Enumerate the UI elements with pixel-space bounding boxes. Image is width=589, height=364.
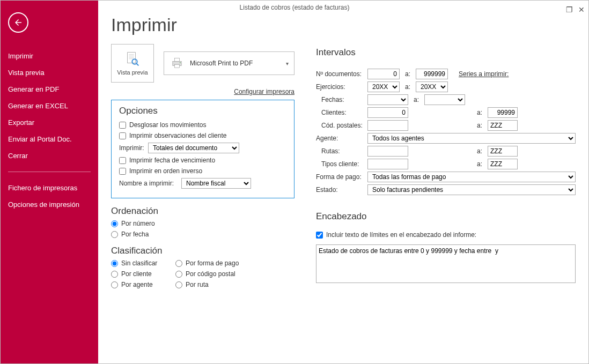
chk-desglosar[interactable] [119,122,126,129]
lbl-estado: Estado: [316,186,363,194]
svg-rect-0 [128,53,136,63]
lbl-tipos-cliente: Tipos cliente: [321,160,363,168]
vista-previa-label: Vista previa [117,69,148,76]
lbl-por-fecha: Por fecha [121,231,149,238]
ndoc-from[interactable] [367,69,400,79]
chk-incluir-texto[interactable] [316,232,323,239]
encabezado-title: Encabezado [316,211,576,222]
lbl-a7: a: [476,160,483,168]
chk-observaciones[interactable] [119,132,126,139]
window-close-icon[interactable]: ✕ [578,2,585,17]
sidebar-item-imprimir[interactable]: Imprimir [1,48,98,64]
sidebar-item-opciones-impresion[interactable]: Opciones de impresión [1,196,98,213]
printer-name: Microsoft Print to PDF [190,60,253,67]
tipos-to[interactable] [488,159,518,169]
arrow-left-icon [13,18,23,27]
printer-selector[interactable]: Microsoft Print to PDF ▾ [164,51,294,75]
codpost-from[interactable] [367,120,408,131]
tipos-from[interactable] [367,159,408,169]
lbl-rutas: Rutas: [321,147,363,155]
document-preview-icon [124,51,141,68]
radio-por-numero[interactable] [111,220,118,227]
rutas-to[interactable] [488,146,518,157]
lbl-ejerc: Ejercicios: [316,83,363,91]
lbl-desglosar: Desglosar los movimientos [129,121,206,129]
codpost-to[interactable] [488,120,518,131]
ndoc-to[interactable] [416,69,448,79]
lbl-a5: a: [476,122,483,129]
lbl-nombre-imprimir: Nombre a imprimir: [119,180,178,187]
sel-nombre-imprimir[interactable]: Nombre fiscal [181,178,251,189]
chk-fecha-venc[interactable] [119,157,126,164]
radio-por-forma-pago[interactable] [175,260,182,267]
radio-por-ruta[interactable] [175,281,182,288]
chk-orden-inverso[interactable] [119,168,126,175]
lbl-por-cod-postal: Por código postal [186,270,235,278]
svg-rect-8 [174,58,179,62]
sidebar-item-cerrar[interactable]: Cerrar [1,147,98,164]
lbl-a4: a: [476,109,483,116]
radio-por-cliente[interactable] [111,271,118,278]
sidebar: Imprimir Vista previa Generar en PDF Gen… [1,1,98,363]
page-title: Imprimir [111,14,576,35]
lbl-a1: a: [404,70,411,78]
lbl-por-numero: Por número [121,220,155,227]
sidebar-item-exportar[interactable]: Exportar [1,114,98,131]
lbl-por-agente: Por agente [121,281,153,288]
ordenacion-title: Ordenación [111,206,294,217]
lbl-a2: a: [404,83,411,91]
clientes-from[interactable] [367,107,408,118]
lbl-codpost: Cód. postales: [321,122,363,129]
lbl-incluir-texto: Incluir texto de límites en el encabezad… [326,231,476,239]
sel-imprimir[interactable]: Totales del documento [148,143,239,153]
sel-forma-pago[interactable]: Todas las formas de pago [367,172,576,182]
encabezado-text[interactable]: Estado de cobros de facturas entre 0 y 9… [316,244,576,283]
lbl-imprimir-sel: Imprimir: [119,144,145,152]
radio-por-fecha[interactable] [111,231,118,238]
lbl-observaciones: Imprimir observaciones del cliente [129,132,226,139]
lbl-orden-inverso: Imprimir en orden inverso [129,167,202,175]
opciones-title: Opciones [119,106,286,116]
lbl-ndoc: Nº documentos: [316,70,363,78]
vista-previa-button[interactable]: Vista previa [111,44,154,83]
clasificacion-title: Clasificación [111,246,294,256]
chevron-down-icon: ▾ [286,61,289,66]
clientes-to[interactable] [488,107,518,118]
svg-point-10 [180,62,181,63]
intervalos-title: Intervalos [316,47,576,58]
lbl-clientes: Clientes: [321,109,363,116]
sel-estado[interactable]: Solo facturas pendientes [367,184,576,195]
back-button[interactable] [8,12,28,33]
lbl-a3: a: [413,96,420,103]
sidebar-separator [8,172,91,172]
radio-sin-clasificar[interactable] [111,260,118,267]
lbl-por-forma-pago: Por forma de pago [186,259,239,267]
lbl-sin-clasificar: Sin clasificar [121,259,157,267]
opciones-group: Opciones Desglosar los movimientos Impri… [111,100,294,198]
lbl-fechas: Fechas: [321,96,363,103]
lbl-por-ruta: Por ruta [186,281,209,288]
sidebar-item-generar-pdf[interactable]: Generar en PDF [1,81,98,98]
sidebar-item-generar-excel[interactable]: Generar en EXCEL [1,98,98,114]
lbl-agente: Agente: [316,135,363,142]
svg-line-6 [136,63,138,65]
series-link[interactable]: Series a imprimir: [459,70,509,78]
fechas-to[interactable] [424,94,465,105]
ejerc-from[interactable]: 20XX [367,81,400,92]
lbl-a6: a: [476,147,483,155]
sidebar-item-enviar-portal[interactable]: Enviar al Portal Doc. [1,131,98,147]
radio-por-agente[interactable] [111,281,118,288]
rutas-from[interactable] [367,146,408,157]
configure-printer-link[interactable]: Configurar impresora [234,88,294,95]
lbl-forma-pago: Forma de pago: [316,173,363,181]
sidebar-item-vista-previa[interactable]: Vista previa [1,64,98,81]
ejerc-to[interactable]: 20XX [416,81,448,92]
sel-agente[interactable]: Todos los agentes [367,133,576,144]
svg-rect-9 [174,64,179,68]
printer-icon [170,56,185,71]
lbl-por-cliente: Por cliente [121,270,152,278]
radio-por-cod-postal[interactable] [175,271,182,278]
sidebar-item-fichero-impresoras[interactable]: Fichero de impresoras [1,180,98,196]
fechas-from[interactable] [367,94,408,105]
window-restore-icon[interactable]: ❐ [566,2,573,17]
